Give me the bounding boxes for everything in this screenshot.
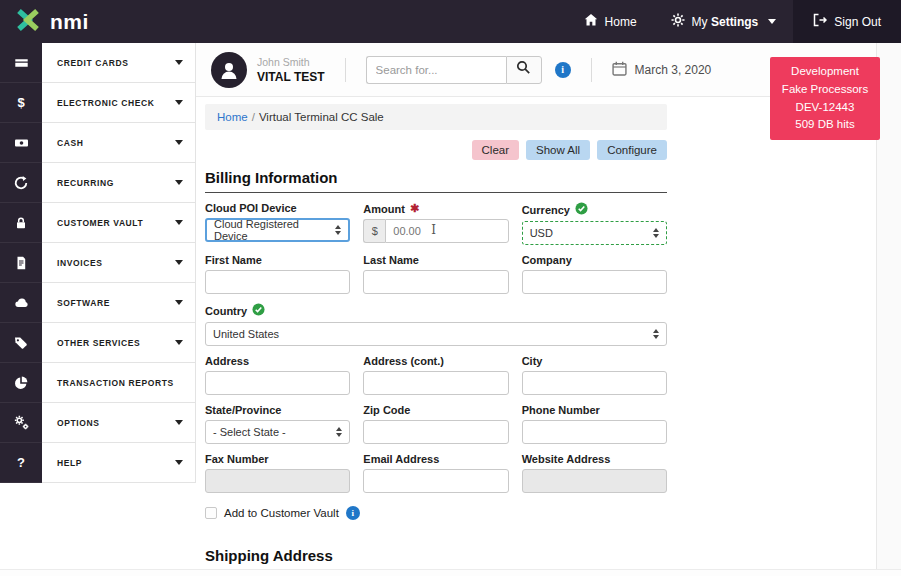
website-input: [522, 469, 667, 493]
dollar-icon: $: [0, 83, 42, 123]
add-to-vault-checkbox[interactable]: [205, 507, 217, 519]
zip-input[interactable]: [363, 420, 508, 444]
valid-check-icon: [575, 202, 588, 217]
state-select[interactable]: - Select State -: [205, 420, 350, 444]
sidebar-item-help[interactable]: ? HELP: [0, 443, 196, 483]
state-label: State/Province: [205, 404, 350, 416]
phone-field: Phone Number: [522, 404, 667, 444]
first-name-input[interactable]: [205, 270, 350, 294]
address-label: Address: [205, 355, 350, 367]
currency-label: Currency: [522, 202, 667, 217]
cloud-poi-label: Cloud POI Device: [205, 202, 350, 214]
top-bar: nmi Home My Settings Sign Out: [0, 0, 901, 43]
info-icon[interactable]: i: [555, 62, 571, 78]
phone-label: Phone Number: [522, 404, 667, 416]
divider: [591, 58, 592, 82]
gears-icon: [0, 403, 42, 443]
sidebar-label: CASH: [57, 138, 84, 148]
select-arrows-icon: [653, 228, 659, 238]
currency-select[interactable]: USD: [522, 221, 667, 245]
dev-badge-line: Development: [780, 63, 870, 81]
top-nav: Home My Settings Sign Out: [567, 0, 901, 43]
cloud-poi-field: Cloud POI Device Cloud Registered Device: [205, 202, 350, 245]
sidebar-item-electronic-check[interactable]: $ ELECTRONIC CHECK: [0, 83, 196, 123]
city-field: City: [522, 355, 667, 395]
amount-input[interactable]: [385, 219, 508, 243]
address2-input[interactable]: [363, 371, 508, 395]
company-input[interactable]: [522, 270, 667, 294]
shipping-section-title: Shipping Address: [205, 547, 667, 571]
sidebar-item-other-services[interactable]: OTHER SERVICES: [0, 323, 196, 363]
home-icon: [584, 13, 598, 30]
sidebar-label: CREDIT CARDS: [57, 58, 128, 68]
user-meta: John Smith VITAL TEST: [257, 56, 325, 84]
country-label: Country: [205, 303, 667, 318]
caret-down-icon: [175, 140, 183, 145]
vault-checkbox-row: Add to Customer Vault i: [205, 506, 667, 520]
cash-icon: [0, 123, 42, 163]
cloud-poi-select[interactable]: Cloud Registered Device: [205, 218, 350, 242]
chevron-down-icon: [768, 19, 776, 24]
search-button[interactable]: [506, 56, 542, 84]
state-field: State/Province - Select State -: [205, 404, 350, 444]
sidebar-label: OPTIONS: [57, 418, 99, 428]
brand-logo[interactable]: nmi: [0, 8, 104, 36]
address-input[interactable]: [205, 371, 350, 395]
billing-section-title: Billing Information: [205, 169, 667, 193]
dev-environment-badge: Development Fake Processors DEV-12443 50…: [770, 57, 880, 140]
sidebar-item-recurring[interactable]: RECURRING: [0, 163, 196, 203]
date-display: March 3, 2020: [612, 61, 712, 79]
sidebar-item-cash[interactable]: CASH: [0, 123, 196, 163]
sidebar-label: HELP: [57, 458, 82, 468]
nav-my-settings[interactable]: My Settings: [654, 0, 794, 43]
dev-badge-line: 509 DB hits: [780, 116, 870, 134]
email-input[interactable]: [363, 469, 508, 493]
caret-down-icon: [175, 460, 183, 465]
dev-badge-line: Fake Processors: [780, 81, 870, 99]
phone-input[interactable]: [522, 420, 667, 444]
cloud-icon: [0, 283, 42, 323]
clear-button[interactable]: Clear: [472, 140, 519, 160]
add-to-vault-label: Add to Customer Vault: [224, 507, 339, 519]
sidebar-item-transaction-reports[interactable]: TRANSACTION REPORTS: [0, 363, 196, 403]
brand-name: nmi: [50, 10, 89, 34]
sidebar-label: RECURRING: [57, 178, 114, 188]
address2-field: Address (cont.): [363, 355, 508, 395]
country-value: United States: [213, 328, 279, 340]
sidebar-item-credit-cards[interactable]: CREDIT CARDS: [0, 43, 196, 83]
breadcrumb-home-link[interactable]: Home: [217, 111, 248, 123]
city-label: City: [522, 355, 667, 367]
nmi-logo-icon: [15, 8, 41, 36]
city-input[interactable]: [522, 371, 667, 395]
last-name-input[interactable]: [363, 270, 508, 294]
sidebar-item-options[interactable]: OPTIONS: [0, 403, 196, 443]
show-all-button[interactable]: Show All: [526, 140, 590, 160]
nav-home[interactable]: Home: [567, 0, 654, 43]
sidebar: CREDIT CARDS $ ELECTRONIC CHECK CASH REC…: [0, 43, 196, 576]
page-bottom-edge: [0, 569, 901, 576]
valid-check-icon: [252, 303, 265, 318]
tag-icon: [0, 323, 42, 363]
sidebar-item-customer-vault[interactable]: CUSTOMER VAULT: [0, 203, 196, 243]
country-select[interactable]: United States: [205, 322, 667, 346]
currency-prefix: $: [363, 219, 385, 243]
question-icon: ?: [0, 443, 42, 483]
caret-down-icon: [175, 260, 183, 265]
currency-field: Currency USD: [522, 202, 667, 245]
company-label: Company: [522, 254, 667, 266]
action-buttons: Clear Show All Configure: [205, 140, 667, 160]
configure-button[interactable]: Configure: [597, 140, 667, 160]
search-input[interactable]: [366, 56, 506, 84]
nav-sign-out[interactable]: Sign Out: [793, 0, 901, 43]
select-arrows-icon: [336, 427, 342, 437]
vault-info-icon[interactable]: i: [346, 506, 360, 520]
sidebar-item-invoices[interactable]: INVOICES: [0, 243, 196, 283]
avatar[interactable]: [211, 52, 247, 88]
credit-card-icon: [0, 43, 42, 83]
nav-home-label: Home: [605, 15, 637, 29]
last-name-label: Last Name: [363, 254, 508, 266]
first-name-field: First Name: [205, 254, 350, 294]
user-name: John Smith: [257, 56, 325, 68]
sidebar-item-software[interactable]: SOFTWARE: [0, 283, 196, 323]
search-icon: [516, 60, 531, 79]
